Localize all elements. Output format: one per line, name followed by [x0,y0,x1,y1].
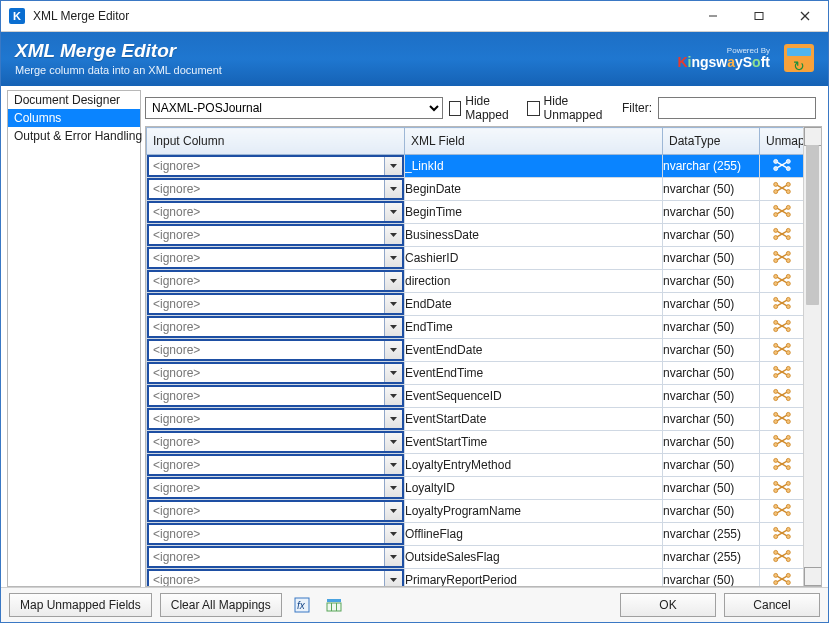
svg-point-115 [786,511,790,515]
expression-editor-icon[interactable]: fx [290,593,314,617]
input-column-select[interactable]: <ignore> [147,247,404,269]
table-row[interactable]: <ignore>CashierIDnvarchar (50) [147,247,804,270]
input-column-value: <ignore> [149,295,384,313]
scrollbar-down-button[interactable] [804,567,822,586]
unmap-button[interactable] [760,431,804,454]
table-row[interactable]: <ignore>EventStartDatenvarchar (50) [147,408,804,431]
input-column-select[interactable]: <ignore> [147,201,404,223]
scrollbar-up-button[interactable] [804,127,822,146]
unmap-button[interactable] [760,477,804,500]
table-row[interactable]: <ignore>OutsideSalesFlagnvarchar (255) [147,546,804,569]
maximize-button[interactable] [736,1,782,31]
cancel-button[interactable]: Cancel [724,593,820,617]
unmap-button[interactable] [760,523,804,546]
unmap-button[interactable] [760,408,804,431]
input-column-select[interactable]: <ignore> [147,316,404,338]
chevron-down-icon [384,525,402,543]
table-row[interactable]: <ignore>LoyaltyEntryMethodnvarchar (50) [147,454,804,477]
close-button[interactable] [782,1,828,31]
table-row[interactable]: <ignore>EndDatenvarchar (50) [147,293,804,316]
col-input-column[interactable]: Input Column [147,128,405,155]
unmap-button[interactable] [760,178,804,201]
unmap-button[interactable] [760,454,804,477]
unmap-button[interactable] [760,362,804,385]
table-header-row: Input Column XML Field DataType Unmap [147,128,804,155]
unmap-button[interactable] [760,546,804,569]
table-row[interactable]: <ignore>PrimaryReportPeriodnvarchar (50) [147,569,804,587]
table-row[interactable]: <ignore>_LinkIdnvarchar (255) [147,155,804,178]
unmap-icon [773,207,791,221]
svg-rect-1 [755,13,763,20]
col-unmap[interactable]: Unmap [760,128,804,155]
unmap-icon [773,506,791,520]
table-row[interactable]: <ignore>LoyaltyProgramNamenvarchar (50) [147,500,804,523]
input-column-select[interactable]: <ignore> [147,362,404,384]
unmap-button[interactable] [760,293,804,316]
table-row[interactable]: <ignore>EndTimenvarchar (50) [147,316,804,339]
svg-point-114 [774,511,778,515]
minimize-button[interactable] [690,1,736,31]
unmap-button[interactable] [760,316,804,339]
unmap-icon [773,253,791,267]
scrollbar-vertical[interactable] [803,127,821,586]
svg-point-15 [786,182,790,186]
input-column-select[interactable]: <ignore> [147,224,404,246]
input-column-select[interactable]: <ignore> [147,293,404,315]
table-row[interactable]: <ignore>OfflineFlagnvarchar (255) [147,523,804,546]
datatype-cell: nvarchar (50) [663,408,760,431]
clear-all-mappings-button[interactable]: Clear All Mappings [160,593,282,617]
table-row[interactable]: <ignore>EventStartTimenvarchar (50) [147,431,804,454]
hide-unmapped-checkbox[interactable]: Hide Unmapped [527,94,612,122]
table-row[interactable]: <ignore>LoyaltyIDnvarchar (50) [147,477,804,500]
sidebar-item-output-error-handling[interactable]: Output & Error Handling [8,127,140,145]
window: K XML Merge Editor XML Merge Editor Merg… [0,0,829,623]
svg-point-45 [786,281,790,285]
unmap-button[interactable] [760,224,804,247]
col-xml-field[interactable]: XML Field [405,128,663,155]
input-column-select[interactable]: <ignore> [147,270,404,292]
table-row[interactable]: <ignore>BeginTimenvarchar (50) [147,201,804,224]
ok-button[interactable]: OK [620,593,716,617]
svg-point-44 [774,281,778,285]
unmap-button[interactable] [760,385,804,408]
sidebar-item-columns[interactable]: Columns [8,109,140,127]
unmap-button[interactable] [760,270,804,293]
unmap-button[interactable] [760,247,804,270]
input-column-select[interactable]: <ignore> [147,385,404,407]
table-row[interactable]: <ignore>BeginDatenvarchar (50) [147,178,804,201]
svg-point-100 [774,465,778,469]
unmap-button[interactable] [760,155,804,178]
unmap-button[interactable] [760,569,804,587]
input-column-select[interactable]: <ignore> [147,431,404,453]
table-row[interactable]: <ignore>directionnvarchar (50) [147,270,804,293]
svg-marker-81 [390,417,397,421]
input-column-select[interactable]: <ignore> [147,546,404,568]
col-datatype[interactable]: DataType [663,128,760,155]
input-column-select[interactable]: <ignore> [147,500,404,522]
input-column-select[interactable]: <ignore> [147,178,404,200]
unmap-button[interactable] [760,201,804,224]
unmap-button[interactable] [760,339,804,362]
scrollbar-thumb[interactable] [806,145,819,305]
map-unmapped-button[interactable]: Map Unmapped Fields [9,593,152,617]
input-column-select[interactable]: <ignore> [147,408,404,430]
input-column-value: <ignore> [149,548,384,566]
input-column-select[interactable]: <ignore> [147,523,404,545]
design-select[interactable]: NAXML-POSJournal [145,97,443,119]
svg-rect-149 [327,603,341,611]
filter-input[interactable] [658,97,816,119]
table-row[interactable]: <ignore>EventSequenceIDnvarchar (50) [147,385,804,408]
input-column-select[interactable]: <ignore> [147,454,404,476]
svg-point-85 [786,412,790,416]
sidebar-item-document-designer[interactable]: Document Designer [8,91,140,109]
hide-mapped-checkbox[interactable]: Hide Mapped [449,94,521,122]
input-column-select[interactable]: <ignore> [147,155,404,177]
input-column-select[interactable]: <ignore> [147,339,404,361]
table-row[interactable]: <ignore>EventEndTimenvarchar (50) [147,362,804,385]
table-row[interactable]: <ignore>EventEndDatenvarchar (50) [147,339,804,362]
unmap-button[interactable] [760,500,804,523]
input-column-select[interactable]: <ignore> [147,569,404,586]
input-column-select[interactable]: <ignore> [147,477,404,499]
columns-icon[interactable] [322,593,346,617]
table-row[interactable]: <ignore>BusinessDatenvarchar (50) [147,224,804,247]
